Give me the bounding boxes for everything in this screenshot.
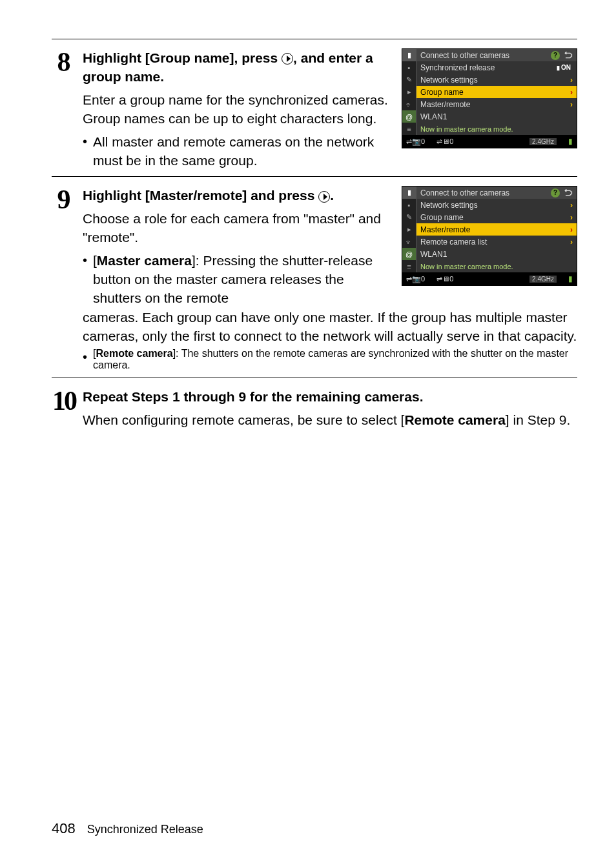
screenshot2-header: Connect to other cameras ? ⮌ bbox=[416, 187, 577, 199]
camera-icon: ▮ bbox=[402, 187, 416, 199]
signal-icon: ▮ bbox=[568, 274, 573, 283]
screenshot1-wlan: WLAN1 bbox=[416, 110, 577, 123]
step-9-title-post: . bbox=[330, 188, 334, 203]
screenshot1-row-group-name: Group name › bbox=[416, 86, 577, 98]
screenshot1-status-text: Now in master camera mode. bbox=[420, 125, 513, 133]
screenshot-master-remote: ▮ ▪ ✎ ▸ ᯤ @ ≡ Connect to other cameras ? bbox=[402, 186, 577, 286]
chevron-right-icon: › bbox=[568, 225, 573, 234]
footer-frequency: 2.4GHz bbox=[529, 138, 557, 145]
screenshot2-row3-text: Master/remote bbox=[420, 225, 568, 234]
screenshot2-row2-text: Group name bbox=[420, 213, 568, 222]
pencil-icon: ✎ bbox=[402, 211, 416, 223]
page-section: Synchronized Release bbox=[87, 823, 203, 836]
screenshot1-header-text: Connect to other cameras bbox=[420, 51, 548, 60]
help-icon: ? bbox=[551, 188, 560, 197]
step-9-bullet-2: [Remote camera]: The shutters on the rem… bbox=[83, 348, 577, 371]
screenshot-group-name: ▮ ▪ ✎ ▸ ᯤ @ ≡ Connect to other cameras ? bbox=[402, 48, 577, 148]
step-8-title-pre: Highlight [Group name], press bbox=[83, 50, 282, 65]
step-9-bullet-1-label: Master camera bbox=[97, 253, 192, 268]
footer-camera-count: ⇌📷0 bbox=[406, 137, 425, 146]
chevron-right-icon: › bbox=[568, 100, 573, 109]
menu-icon: ≡ bbox=[402, 123, 416, 135]
step-9-bullet-2-label: Remote camera bbox=[96, 348, 172, 359]
right-press-icon bbox=[318, 191, 330, 203]
video-icon: ▪ bbox=[402, 61, 416, 74]
help-icon: ? bbox=[551, 51, 560, 60]
screenshot2-row-network-settings: Network settings › bbox=[416, 199, 577, 211]
footer-pc-count: ⇌🖥0 bbox=[436, 275, 453, 283]
back-icon: ⮌ bbox=[562, 188, 573, 197]
chevron-right-icon: › bbox=[568, 88, 573, 97]
screenshot2-row-master-remote: Master/remote › bbox=[416, 223, 577, 236]
screenshot1-row2-text: Network settings bbox=[420, 76, 568, 85]
wifi-icon: ᯤ bbox=[402, 236, 416, 248]
step-9-text: Highlight [Master/remote] and press . Ch… bbox=[83, 186, 391, 307]
screenshot2-row4-text: Remote camera list bbox=[420, 237, 568, 247]
globe-icon: @ bbox=[402, 248, 416, 260]
globe-icon: @ bbox=[402, 110, 416, 123]
screenshot2-status: Now in master camera mode. bbox=[416, 260, 577, 272]
step-10-text: Repeat Steps 1 through 9 for the remaini… bbox=[83, 387, 577, 429]
screenshot2-footer: ⇌📷0 ⇌🖥0 2.4GHz ▮ bbox=[402, 272, 577, 285]
screenshot2-wlan-text: WLAN1 bbox=[420, 250, 573, 259]
footer-pc-count: ⇌🖥0 bbox=[436, 137, 453, 146]
on-badge: ON bbox=[555, 64, 573, 71]
step-8-number: 8 bbox=[52, 48, 76, 76]
page-footer: 408 Synchronized Release bbox=[52, 820, 203, 837]
screenshot2-status-text: Now in master camera mode. bbox=[420, 263, 513, 270]
step-10-desc-bold: Remote camera bbox=[404, 412, 505, 427]
step-9-bullet-1: [Master camera]: Pressing the shutter-re… bbox=[83, 251, 391, 308]
screenshot1-row1-text: Synchronized release bbox=[420, 63, 555, 72]
chevron-right-icon: › bbox=[568, 76, 573, 85]
step-9-title: Highlight [Master/remote] and press . bbox=[83, 186, 391, 205]
screenshot1-row-master-remote: Master/remote › bbox=[416, 98, 577, 110]
chevron-right-icon: › bbox=[568, 237, 573, 247]
wifi-icon: ᯤ bbox=[402, 98, 416, 110]
screenshot1-row-sync-release: Synchronized release ON bbox=[416, 61, 577, 74]
step-8-bullet-1: All master and remote cameras on the net… bbox=[83, 132, 391, 170]
footer-camera-count: ⇌📷0 bbox=[406, 275, 425, 283]
chevron-right-icon: › bbox=[568, 201, 573, 210]
pencil-icon: ✎ bbox=[402, 74, 416, 86]
screenshot2-sidebar: ▮ ▪ ✎ ▸ ᯤ @ ≡ bbox=[402, 187, 416, 272]
play-icon: ▸ bbox=[402, 223, 416, 236]
step-10-desc-post: ] in Step 9. bbox=[506, 412, 570, 427]
step-8-desc: Enter a group name for the synchronized … bbox=[83, 90, 391, 128]
screenshot2-header-text: Connect to other cameras bbox=[420, 188, 548, 197]
step-9-bullet-1-cont: cameras. Each group can have only one ma… bbox=[83, 308, 577, 346]
screenshot1-sidebar: ▮ ▪ ✎ ▸ ᯤ @ ≡ bbox=[402, 49, 416, 135]
step-8-text: Highlight [Group name], press , and ente… bbox=[83, 48, 391, 170]
step-10: 10 Repeat Steps 1 through 9 for the rema… bbox=[52, 378, 577, 433]
chevron-right-icon: › bbox=[568, 213, 573, 222]
camera-icon: ▮ bbox=[402, 49, 416, 61]
screenshot2-row1-text: Network settings bbox=[420, 201, 568, 210]
screenshot1-footer: ⇌📷0 ⇌🖥0 2.4GHz ▮ bbox=[402, 135, 577, 148]
step-9: 9 Highlight [Master/remote] and press . … bbox=[52, 176, 577, 371]
step-9-number: 9 bbox=[52, 186, 76, 213]
step-10-title: Repeat Steps 1 through 9 for the remaini… bbox=[83, 387, 577, 406]
menu-icon: ≡ bbox=[402, 260, 416, 272]
page-number: 408 bbox=[52, 820, 76, 837]
video-icon: ▪ bbox=[402, 199, 416, 211]
back-icon: ⮌ bbox=[562, 51, 573, 60]
screenshot1-header: Connect to other cameras ? ⮌ bbox=[416, 49, 577, 61]
screenshot2-wlan: WLAN1 bbox=[416, 248, 577, 260]
screenshot1-row3-text: Group name bbox=[420, 88, 568, 97]
right-press-icon bbox=[282, 53, 293, 65]
signal-icon: ▮ bbox=[568, 137, 573, 146]
step-9-title-pre: Highlight [Master/remote] and press bbox=[83, 188, 318, 203]
step-9-desc: Choose a role for each camera from "mast… bbox=[83, 209, 391, 247]
footer-frequency: 2.4GHz bbox=[529, 276, 557, 283]
step-10-number: 10 bbox=[52, 387, 76, 414]
screenshot1-status: Now in master camera mode. bbox=[416, 123, 577, 135]
screenshot1-wlan-text: WLAN1 bbox=[420, 112, 573, 121]
screenshot1-row-network-settings: Network settings › bbox=[416, 74, 577, 86]
step-8: 8 Highlight [Group name], press , and en… bbox=[52, 39, 577, 170]
step-8-title: Highlight [Group name], press , and ente… bbox=[83, 48, 391, 86]
screenshot2-row-remote-list: Remote camera list › bbox=[416, 236, 577, 248]
step-10-desc-pre: When configuring remote cameras, be sure… bbox=[83, 412, 404, 427]
screenshot1-row4-text: Master/remote bbox=[420, 100, 568, 109]
play-icon: ▸ bbox=[402, 86, 416, 98]
step-10-desc: When configuring remote cameras, be sure… bbox=[83, 410, 577, 429]
screenshot2-row-group-name: Group name › bbox=[416, 211, 577, 223]
